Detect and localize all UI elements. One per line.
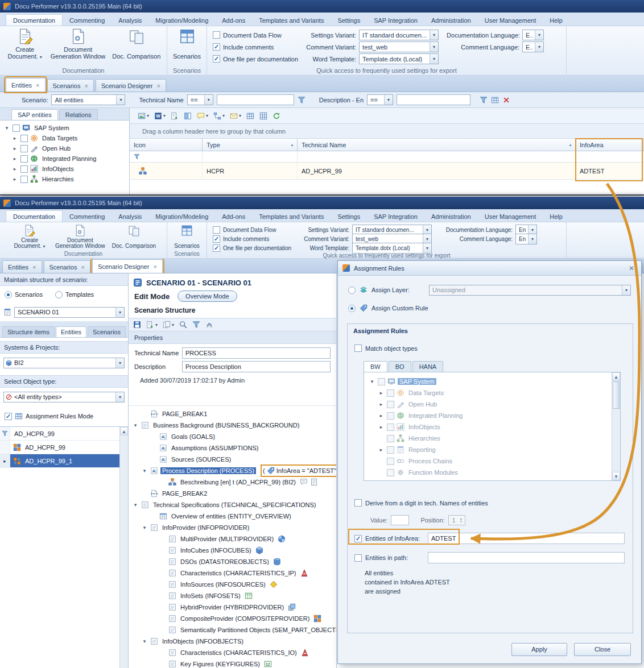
- entity-grid-row[interactable]: HCPR AD_HCPR_99 ADTEST: [130, 163, 644, 180]
- structure-node-overview-of-entities-entity-overview[interactable]: Overview of entities (ENTITY_OVERVIEW): [129, 511, 336, 522]
- ribbon-language-comment-language-combo[interactable]: En▾: [522, 42, 544, 52]
- bw-node-function-modules[interactable]: Function Modules: [364, 467, 612, 478]
- infoarea-filter-cell[interactable]: [576, 151, 644, 162]
- scenarios-button[interactable]: Scenarios: [166, 223, 208, 251]
- close-tab-icon[interactable]: ×: [36, 82, 39, 89]
- document-tab-entities[interactable]: Entities×: [2, 260, 42, 273]
- ribbon-language-documentation-language-combo[interactable]: En▾: [522, 30, 544, 40]
- dropdown-arrow-icon[interactable]: ▾: [115, 392, 124, 402]
- scroll-up-icon[interactable]: ▲: [612, 372, 620, 381]
- ribbon-tab-commenting[interactable]: Commenting: [63, 15, 112, 26]
- templates-radio[interactable]: [55, 291, 63, 298]
- export-button[interactable]: ▾: [146, 321, 158, 329]
- expander-icon[interactable]: ▾: [3, 125, 10, 131]
- ribbon-tab-analysis[interactable]: Analysis: [112, 15, 148, 26]
- expander-icon[interactable]: ▸: [11, 166, 18, 172]
- structure-node-sources-sources[interactable]: Sources (SOURCES): [129, 454, 336, 465]
- generate-documentation-button[interactable]: [171, 112, 179, 120]
- expander-icon[interactable]: ▸: [11, 176, 18, 182]
- scroll-up-icon[interactable]: ▲: [120, 427, 128, 435]
- ribbon-tab-templates-and-variants[interactable]: Templates and Variants: [252, 211, 331, 222]
- tree-scrollbar[interactable]: ▲ ▼: [612, 372, 620, 480]
- structure-node-beschreibung-en-t-ad-hcpr-99-bi2[interactable]: Beschreibung [en] t (AD_HCPR_99) (BI2): [129, 476, 336, 488]
- ribbon-tab-migration-modeling[interactable]: Migration/Modeling: [148, 15, 215, 26]
- structure-node-key-figures-keyfigures[interactable]: Key Figures (KEYFIGURES): [129, 658, 336, 668]
- apply-description-filter-button[interactable]: [480, 96, 488, 104]
- scenarios-button[interactable]: Scenarios: [166, 27, 208, 67]
- tab-sap-entities[interactable]: SAP entities: [11, 109, 58, 120]
- ribbon-tab-administration[interactable]: Administration: [424, 211, 478, 222]
- dropdown-arrow-icon[interactable]: ▾: [384, 95, 393, 105]
- expander-icon[interactable]: ▾: [141, 468, 148, 474]
- sap-entity-data-targets[interactable]: ▸Data Targets: [0, 133, 129, 143]
- ribbon-option-one-file-per-documentation[interactable]: One file per documentation: [213, 243, 291, 252]
- bw-node-integrated-planning[interactable]: ▸Integrated Planning: [364, 410, 612, 421]
- ribbon-tab-help[interactable]: Help: [543, 211, 569, 222]
- structure-node-characteristics-characteristics-io[interactable]: Characteristics (CHARACTERISTICS_IO): [129, 647, 336, 658]
- technical-name-operator-select[interactable]: ==▾: [187, 94, 213, 105]
- ribbon-tab-analysis[interactable]: Analysis: [112, 211, 148, 222]
- scenario-filter-select[interactable]: All entities▾: [51, 94, 125, 105]
- sap-entity-integrated-planning[interactable]: ▸Integrated Planning: [0, 153, 129, 164]
- checkbox-icon[interactable]: [354, 499, 362, 507]
- tab-hana[interactable]: HANA: [412, 361, 444, 372]
- entity-row-ad-hcpr-99-1[interactable]: ▸AD_HCPR_99_1: [0, 454, 119, 468]
- clear-filter-button[interactable]: [502, 96, 510, 104]
- refresh-button[interactable]: [273, 112, 280, 120]
- assign-layer-radio[interactable]: [348, 287, 356, 294]
- checkbox-icon[interactable]: [20, 145, 28, 152]
- expander-icon[interactable]: ▾: [369, 379, 375, 384]
- entity-filter-row[interactable]: AD_HCPR_99: [0, 427, 119, 441]
- layer-select[interactable]: Unassigned▾: [429, 285, 631, 296]
- expander-icon[interactable]: ▸: [378, 401, 385, 407]
- ribbon-tab-administration[interactable]: Administration: [424, 15, 478, 26]
- column-header-technical-name[interactable]: Technical Name▲: [298, 139, 576, 151]
- dropdown-arrow-icon[interactable]: ▾: [423, 243, 431, 253]
- ribbon-tab-documentation[interactable]: Documentation: [6, 210, 63, 222]
- ribbon-tab-settings[interactable]: Settings: [331, 211, 367, 222]
- entity-list-scrollbar[interactable]: ▲: [119, 427, 128, 668]
- document-tab-scenario-designer[interactable]: Scenario Designer×: [96, 79, 166, 92]
- dropdown-arrow-icon[interactable]: ▾: [115, 358, 124, 368]
- structure-node-assumptions-assumptions[interactable]: Assumptions (ASSUMPTIONS): [129, 442, 336, 454]
- expander-icon[interactable]: ▸: [378, 447, 385, 453]
- overview-mode-button[interactable]: Overview Mode: [177, 291, 237, 302]
- checkbox-icon[interactable]: [387, 424, 394, 431]
- close-tab-icon[interactable]: ×: [32, 264, 36, 271]
- ribbon-tab-sap-integration[interactable]: SAP Integration: [367, 211, 424, 222]
- checkbox-icon[interactable]: [387, 435, 394, 442]
- document-tab-scenarios[interactable]: Scenarios×: [44, 260, 90, 273]
- filter-editor-button[interactable]: [491, 96, 499, 104]
- checkbox-icon[interactable]: [5, 413, 12, 420]
- export-image-button[interactable]: ▾: [138, 112, 149, 120]
- structure-node-infoprovider-infoprovider[interactable]: ▾InfoProvider (INFOPROVIDER): [129, 522, 336, 533]
- dropdown-arrow-icon[interactable]: ▾: [430, 30, 438, 40]
- copy-structure-button[interactable]: ▾: [163, 321, 174, 329]
- grid-filter-row[interactable]: [130, 151, 644, 163]
- sap-entity-infoobjects[interactable]: ▸InfoObjects: [0, 164, 129, 174]
- structure-node-infosets-infosets[interactable]: InfoSets (INFOSETS): [129, 590, 336, 601]
- structure-node-infosources-infosources[interactable]: InfoSources (INFOSOURCES): [129, 579, 336, 590]
- doc-comparison-button[interactable]: Doc. Comparison: [110, 223, 158, 251]
- bw-node-sap-system[interactable]: ▾SAP System: [364, 376, 612, 387]
- checkbox-icon[interactable]: [213, 244, 220, 252]
- expander-icon[interactable]: ▾: [132, 422, 139, 428]
- structure-node-semantically-partitioned-objects-sem-part-objects[interactable]: Semantically Partitioned Objects (SEM_PA…: [129, 624, 336, 636]
- expander-icon[interactable]: ▸: [378, 424, 385, 430]
- column-header-type[interactable]: Type▲: [203, 139, 298, 151]
- expander-icon[interactable]: ▸: [11, 135, 18, 141]
- tab-structure-items[interactable]: Structure items: [2, 326, 55, 337]
- assignment-rules-mode-checkbox[interactable]: Assignment Rules Mode: [0, 406, 128, 426]
- path-input[interactable]: [428, 552, 625, 563]
- document-tab-entities[interactable]: Entities×: [6, 78, 46, 92]
- technical-name-filter-input[interactable]: [217, 94, 294, 105]
- description-input[interactable]: [182, 361, 331, 372]
- checkbox-icon[interactable]: [387, 412, 394, 420]
- infoarea-input[interactable]: [428, 533, 625, 544]
- structure-node-page-break1[interactable]: PAGE_BREAK1: [129, 408, 336, 420]
- structure-node-infocubes-infocubes[interactable]: InfoCubes (INFOCUBES): [129, 545, 336, 556]
- ribbon-tab-settings[interactable]: Settings: [331, 15, 367, 26]
- table-view-button[interactable]: [246, 112, 254, 120]
- document-generation-window-button[interactable]: DocumentGeneration Window: [53, 223, 108, 251]
- description-filter-input[interactable]: [397, 94, 470, 105]
